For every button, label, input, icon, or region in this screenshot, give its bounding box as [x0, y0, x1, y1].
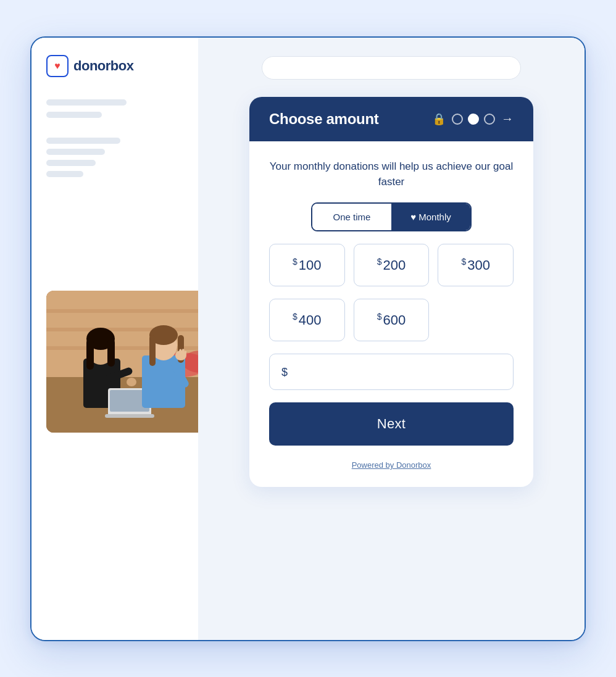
- logo-heart-icon: ♥: [54, 60, 60, 72]
- custom-amount-input[interactable]: [269, 354, 514, 390]
- arrow-icon: →: [501, 112, 514, 126]
- tagline: Your monthly donations will help us achi…: [269, 159, 514, 190]
- currency-symbol-5: $: [377, 312, 382, 322]
- amount-grid-row1: $100 $200 $300: [269, 244, 514, 286]
- powered-by-link[interactable]: Powered by Donorbox: [352, 460, 431, 470]
- svg-rect-17: [105, 414, 154, 418]
- lock-icon: 🔒: [432, 112, 446, 126]
- currency-symbol-3: $: [461, 257, 466, 267]
- sidebar-line: [46, 160, 96, 166]
- amount-value-2: 200: [383, 257, 406, 273]
- amount-300[interactable]: $300: [438, 244, 514, 286]
- svg-rect-21: [149, 335, 156, 366]
- svg-rect-4: [46, 328, 219, 331]
- step-dot-1: [452, 114, 463, 125]
- currency-symbol-4: $: [293, 312, 298, 322]
- svg-point-14: [127, 378, 136, 386]
- amount-value-1: 100: [299, 257, 322, 273]
- amount-placeholder: [438, 299, 514, 341]
- amount-600[interactable]: $600: [354, 299, 430, 341]
- amount-grid-row2: $400 $600: [269, 299, 514, 341]
- one-time-button[interactable]: One time: [312, 204, 391, 230]
- sidebar-section-1: [46, 138, 183, 177]
- custom-currency-prefix: $: [281, 365, 288, 378]
- header-icons: 🔒 →: [432, 112, 514, 126]
- amount-400[interactable]: $400: [269, 299, 345, 341]
- widget-title: Choose amount: [269, 110, 378, 128]
- amount-value-4: 400: [299, 312, 322, 328]
- main-area: Choose amount 🔒 → Your monthly d: [198, 38, 585, 640]
- step-dot-2: [468, 114, 479, 125]
- brand-name: donorbox: [73, 58, 133, 74]
- amount-value-5: 600: [383, 312, 406, 328]
- svg-rect-18: [142, 355, 185, 408]
- step-indicators: [452, 114, 495, 125]
- custom-amount-wrapper: $: [269, 354, 514, 390]
- svg-rect-5: [46, 346, 219, 350]
- sidebar-line: [46, 112, 102, 118]
- widget-header: Choose amount 🔒 →: [249, 97, 533, 141]
- sidebar-line: [46, 138, 120, 144]
- photo-content: [46, 291, 219, 433]
- step-dot-3: [484, 114, 495, 125]
- sidebar: ♥ donorbox: [31, 38, 198, 640]
- logo-area: ♥ donorbox: [46, 55, 183, 77]
- amount-100[interactable]: $100: [269, 244, 345, 286]
- widget-card: Choose amount 🔒 → Your monthly d: [249, 97, 533, 488]
- svg-rect-12: [107, 339, 115, 367]
- sidebar-line: [46, 99, 127, 106]
- currency-symbol-1: $: [293, 257, 298, 267]
- svg-rect-11: [86, 339, 94, 370]
- logo-icon: ♥: [46, 55, 69, 77]
- frequency-toggle[interactable]: One time ♥ Monthly: [311, 202, 472, 231]
- next-button[interactable]: Next: [269, 402, 514, 446]
- currency-symbol-2: $: [377, 257, 382, 267]
- monthly-button[interactable]: ♥ Monthly: [391, 204, 470, 230]
- svg-rect-3: [46, 309, 219, 313]
- sidebar-line: [46, 149, 105, 155]
- amount-200[interactable]: $200: [354, 244, 430, 286]
- amount-value-3: 300: [467, 257, 490, 273]
- sidebar-line: [46, 171, 83, 177]
- sidebar-placeholder-lines-top: [46, 99, 183, 118]
- widget-body: Your monthly donations will help us achi…: [249, 141, 533, 488]
- browser-card: ♥ donorbox: [30, 36, 586, 641]
- photo-frame: [46, 291, 219, 433]
- women-illustration: [46, 291, 219, 433]
- outer-container: ♥ donorbox: [0, 0, 616, 677]
- address-bar: [262, 56, 521, 80]
